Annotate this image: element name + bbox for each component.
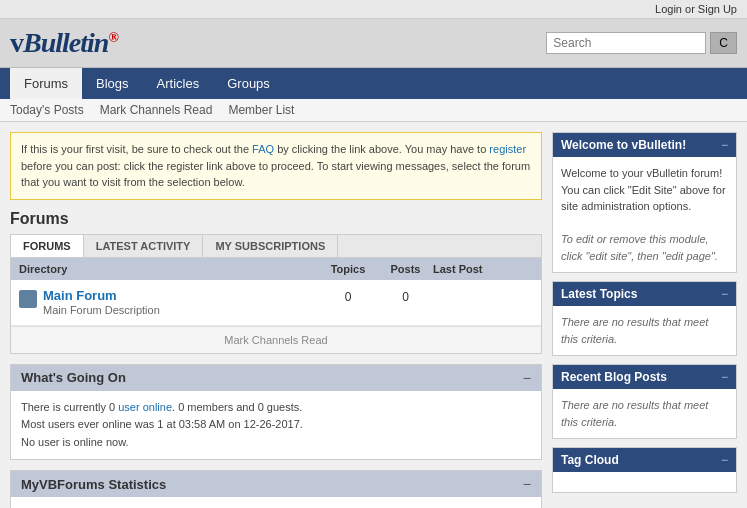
info-text-before-faq: If this is your first visit, be sure to …	[21, 143, 252, 155]
welcome-p2: To edit or remove this module, click "ed…	[561, 231, 728, 264]
forum-table: Directory Topics Posts Last Post Main Fo…	[10, 257, 542, 354]
latest-topics-header: Latest Topics −	[553, 282, 736, 306]
info-text-after-faq: by clicking the link above. You may have…	[274, 143, 489, 155]
register-link[interactable]: register	[489, 143, 526, 155]
recent-blog-posts-toggle[interactable]: −	[721, 370, 728, 384]
welcome-p1: Welcome to your vBulletin forum! You can…	[561, 165, 728, 215]
latest-topics-module: Latest Topics − There are no results tha…	[552, 281, 737, 356]
nav-tab-blogs[interactable]: Blogs	[82, 68, 143, 99]
forum-posts: 0	[378, 288, 433, 304]
whats-going-on-toggle[interactable]: −	[523, 370, 531, 386]
whats-going-on-body: There is currently 0 user online. 0 memb…	[11, 391, 541, 460]
welcome-body: Welcome to your vBulletin forum! You can…	[553, 157, 736, 272]
login-signup-link[interactable]: Login or Sign Up	[655, 3, 737, 15]
top-bar: Login or Sign Up	[0, 0, 747, 19]
table-row: Main Forum Main Forum Description 0 0	[11, 280, 541, 326]
wgo-line-2: Most users ever online was 1 at 03:58 AM…	[21, 416, 531, 434]
recent-blog-posts-title: Recent Blog Posts	[561, 370, 667, 384]
mark-channels-link[interactable]: Mark Channels Read	[224, 334, 327, 346]
nav-tab-articles[interactable]: Articles	[143, 68, 214, 99]
stats-toggle[interactable]: −	[523, 476, 531, 492]
forum-desc: Main Forum Description	[43, 304, 160, 316]
left-col: If this is your first visit, be sure to …	[10, 132, 542, 508]
nav-tab-groups[interactable]: Groups	[213, 68, 284, 99]
tab-my-subscriptions[interactable]: MY SUBSCRIPTIONS	[203, 235, 338, 257]
forum-tabs: FORUMS LATEST ACTIVITY MY SUBSCRIPTIONS	[10, 234, 542, 257]
tag-cloud-module: Tag Cloud −	[552, 447, 737, 493]
stats-body: Topics: 0 Posts: 0 Members: 1 Active Mem…	[11, 497, 541, 508]
search-button[interactable]: C	[710, 32, 737, 54]
stats-section: MyVBForums Statistics − Topics: 0 Posts:…	[10, 470, 542, 508]
member-list-link[interactable]: Member List	[228, 103, 294, 117]
latest-topics-body: There are no results that meet this crit…	[553, 306, 736, 355]
forums-heading: Forums	[10, 210, 542, 228]
info-box: If this is your first visit, be sure to …	[10, 132, 542, 200]
col-header-topics: Topics	[318, 263, 378, 275]
col-header-posts: Posts	[378, 263, 433, 275]
tag-cloud-header: Tag Cloud −	[553, 448, 736, 472]
col-header-lastpost: Last Post	[433, 263, 533, 275]
todays-posts-link[interactable]: Today's Posts	[10, 103, 84, 117]
forum-row-dir: Main Forum Main Forum Description	[19, 288, 318, 317]
latest-topics-empty: There are no results that meet this crit…	[561, 316, 708, 345]
latest-topics-title: Latest Topics	[561, 287, 637, 301]
mark-channels-row: Mark Channels Read	[11, 326, 541, 353]
tag-cloud-toggle[interactable]: −	[721, 453, 728, 467]
forum-icon	[19, 290, 37, 308]
main-nav: Forums Blogs Articles Groups	[0, 68, 747, 99]
whats-going-on-section: What's Going On − There is currently 0 u…	[10, 364, 542, 461]
right-col: Welcome to vBulletin! − Welcome to your …	[552, 132, 737, 508]
forum-table-header: Directory Topics Posts Last Post	[11, 258, 541, 280]
recent-blog-posts-empty: There are no results that meet this crit…	[561, 399, 708, 428]
header: vBulletin® C	[0, 19, 747, 68]
wgo-line-1: There is currently 0 user online. 0 memb…	[21, 399, 531, 417]
search-area: C	[546, 32, 737, 54]
logo-text: vBulletin®	[10, 27, 118, 59]
welcome-toggle[interactable]: −	[721, 138, 728, 152]
stats-title: MyVBForums Statistics	[21, 477, 166, 492]
info-text-after-register: before you can post: click the register …	[21, 160, 530, 189]
forum-topics: 0	[318, 288, 378, 304]
wgo-line-3: No user is online now.	[21, 434, 531, 452]
logo-bulletin: Bulletin	[23, 27, 108, 58]
tag-cloud-title: Tag Cloud	[561, 453, 619, 467]
stats-header: MyVBForums Statistics −	[11, 471, 541, 497]
tab-forums[interactable]: FORUMS	[11, 235, 84, 257]
welcome-module: Welcome to vBulletin! − Welcome to your …	[552, 132, 737, 273]
search-input[interactable]	[546, 32, 706, 54]
tag-cloud-body	[553, 472, 736, 492]
tab-latest-activity[interactable]: LATEST ACTIVITY	[84, 235, 204, 257]
latest-topics-toggle[interactable]: −	[721, 287, 728, 301]
welcome-title: Welcome to vBulletin!	[561, 138, 686, 152]
user-online-link[interactable]: user online	[118, 401, 172, 413]
faq-link[interactable]: FAQ	[252, 143, 274, 155]
logo-registered: ®	[108, 30, 117, 45]
logo-v: v	[10, 27, 23, 58]
mark-channels-read-link[interactable]: Mark Channels Read	[100, 103, 213, 117]
sub-nav: Today's Posts Mark Channels Read Member …	[0, 99, 747, 122]
col-header-directory: Directory	[19, 263, 318, 275]
recent-blog-posts-module: Recent Blog Posts − There are no results…	[552, 364, 737, 439]
nav-tab-forums[interactable]: Forums	[10, 68, 82, 99]
recent-blog-posts-header: Recent Blog Posts −	[553, 365, 736, 389]
forum-name-link[interactable]: Main Forum	[43, 288, 160, 303]
whats-going-on-header: What's Going On −	[11, 365, 541, 391]
welcome-module-header: Welcome to vBulletin! −	[553, 133, 736, 157]
recent-blog-posts-body: There are no results that meet this crit…	[553, 389, 736, 438]
main-layout: If this is your first visit, be sure to …	[0, 122, 747, 508]
logo: vBulletin®	[10, 27, 118, 59]
whats-going-on-title: What's Going On	[21, 370, 126, 385]
